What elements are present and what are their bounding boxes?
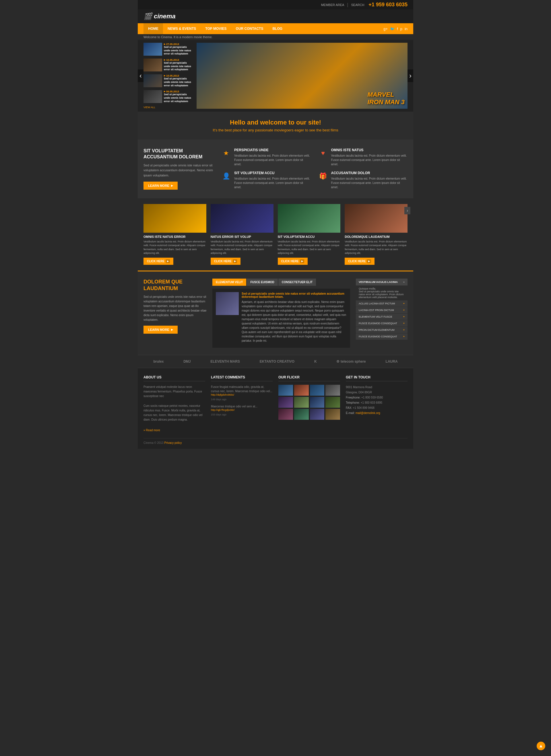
feature-item-2: ♥ OMNIS ISTE NATUS Vestibulum iaculis la…: [318, 148, 408, 167]
comment-link-2[interactable]: http://qjk7ftcgdjix96r/: [211, 409, 272, 412]
accordion-header[interactable]: VESTIBULUM IACULIS LACINIA −: [356, 278, 408, 285]
feature-main: SIT VOLUPTATEM ACCUSANTIUM DOLOREM Sed u…: [143, 148, 215, 189]
nav-blog[interactable]: BLOG: [268, 23, 287, 34]
hero-info-3: 10.05.2013 Sed ut perspiciatis unde omni…: [164, 74, 194, 88]
flickr-img-1[interactable]: [279, 385, 293, 396]
flickr-img-9[interactable]: [279, 409, 293, 420]
comment-time-2: 153 days ago: [211, 413, 226, 416]
hero-movie-title: MARVEL IRON MAN 3: [367, 91, 405, 106]
footer-about: ABOUT US Praesent volutpat molestie lacu…: [143, 375, 205, 433]
hero-thumb-4: [143, 90, 162, 103]
heart-icon: ♥: [318, 148, 328, 158]
tab-fusce[interactable]: FUSCE EUISMOD: [247, 278, 278, 286]
content-learn-more-button[interactable]: LEARN MORE: [143, 325, 178, 334]
footer-telephone-label: Telephone:: [346, 401, 361, 404]
tab-elementum[interactable]: ELEMENTUM VELIT: [212, 278, 246, 286]
flickr-img-11[interactable]: [310, 409, 325, 420]
footer-city: Glasgow, D04 89GR: [346, 391, 372, 394]
social-linkedin[interactable]: in: [405, 27, 408, 31]
movie-title-3: SIT VOLUPTATEM ACCU: [278, 235, 341, 238]
footer-fax: +1 504 899 9468: [353, 406, 374, 410]
nav-contacts[interactable]: OUR CONTACTS: [231, 23, 268, 34]
feature-title-1: PERSPICIATIS UNDE: [234, 148, 311, 152]
movie-card-4: DOLOREMQUE LAUDANTIUM Vestibulum iaculis…: [345, 204, 408, 265]
accordion-item-6[interactable]: FUSCE EUISMOD CONSEQUAT +: [356, 333, 408, 340]
movie-thumb-2: [211, 204, 273, 233]
flickr-img-6[interactable]: [294, 397, 309, 408]
footer-email[interactable]: mail@demolink.org: [356, 412, 380, 415]
accordion-item-1[interactable]: ACLUIS LACINIA EST PICTUM +: [356, 300, 408, 307]
flickr-img-12[interactable]: [326, 409, 340, 420]
flickr-img-8[interactable]: [326, 397, 340, 408]
welcome-bar: Welcome to Cinema. It is a modern movie …: [138, 34, 413, 40]
feature-main-body: Sed ut perspiciatis unde omnis iste natu…: [143, 163, 215, 178]
flickr-img-2[interactable]: [294, 385, 309, 396]
accordion-title-1: ACLUIS LACINIA EST PICTUM +: [356, 300, 408, 307]
comment-link-1[interactable]: http://dqfgdshv966s/: [211, 394, 272, 396]
social-pinterest[interactable]: p: [400, 27, 402, 31]
accordion-label-1: ACLUIS LACINIA EST PICTUM: [359, 302, 395, 305]
hero-thumb-2: [143, 59, 162, 71]
logo-text: cinema: [154, 13, 176, 20]
view-all-link[interactable]: VIEW ALL: [143, 106, 194, 109]
accordion-plus-6: +: [403, 335, 405, 338]
comment-item-1: Fusce feugiat malesuada odio, gravida at…: [211, 385, 272, 402]
feature-content-2: OMNIS ISTE NATUS Vestibulum iaculis laci…: [331, 148, 408, 166]
features-grid: ★ PERSPICIATIS UNDE Vestibulum iaculis l…: [221, 148, 408, 189]
movie-btn-4[interactable]: CLICK HERE: [345, 258, 375, 265]
partner-7: LAURA: [386, 359, 398, 363]
accordion-label-5: PRCIN DICTUM ELEMENTUM: [359, 328, 395, 331]
nav-news[interactable]: NEWS & EVENTS: [163, 23, 200, 34]
logo[interactable]: 🎬 cinema: [143, 12, 176, 20]
comment-text-1: Fusce feugiat malesuada odio, gravida at…: [211, 385, 272, 394]
footer-copy-text: Cinema © 2013: [143, 441, 163, 445]
hero-news-list: 27.05.2013 Sed ut perspiciatis unde omni…: [143, 43, 194, 109]
movie-btn-1[interactable]: CLICK HERE: [143, 258, 173, 265]
member-area-link[interactable]: MEMBER AREA: [321, 3, 344, 7]
movie-btn-2[interactable]: CLICK HERE: [211, 258, 240, 265]
tab-consectetuer[interactable]: CONSECTETUER ELIT: [279, 278, 316, 286]
hero-title-4: Sed ut perspiciatis unde omnis iste natu…: [164, 93, 194, 103]
accordion-item-5[interactable]: PRCIN DICTUM ELEMENTUM +: [356, 327, 408, 333]
tab-body: Aperiam, et quasi architecto beatae vita…: [241, 300, 347, 343]
content-body: Sed ut perspiciatis unde omnis iste natu…: [143, 295, 207, 322]
movie-btn-3[interactable]: CLICK HERE: [278, 258, 308, 265]
accordion-label-3: ELEMENTUM VELIT FUSCE: [359, 315, 392, 318]
accordion-item-2[interactable]: LACINIA EST PROIN DICTUM +: [356, 307, 408, 313]
flickr-img-7[interactable]: [310, 397, 325, 408]
comment-time-1: 149 days ago: [211, 398, 226, 401]
footer-about-text2: Cum sociis natoque petriot montes, nasce…: [143, 404, 205, 422]
footer-freephone-label: Freephone:: [346, 396, 361, 399]
movie-title-1: OMNIS ISTE NATUS ERROR: [143, 235, 206, 238]
social-twitter[interactable]: 🐦: [390, 27, 395, 31]
tab-text: Sed ut perspiciatis unde omnis iste natu…: [241, 292, 347, 344]
hero-next-arrow[interactable]: ›: [408, 69, 413, 82]
nav-home[interactable]: HOME: [143, 23, 163, 34]
accordion-item-4[interactable]: FUSCE EUISMOD CONSEQUAT +: [356, 320, 408, 326]
hero-date-4: 06.05.2013: [164, 90, 194, 93]
hero-movie-brand: MARVEL: [367, 91, 394, 98]
social-facebook[interactable]: f: [397, 27, 398, 31]
footer-contact-title: GET IN TOUCH: [346, 375, 408, 381]
feature-main-title: SIT VOLUPTATEM ACCUSANTIUM DOLOREM: [143, 148, 215, 160]
footer-privacy-link[interactable]: Privacy policy: [164, 441, 182, 445]
social-google[interactable]: g+: [384, 27, 388, 31]
flickr-img-4[interactable]: [326, 385, 340, 396]
hero-item-3: 10.05.2013 Sed ut perspiciatis unde omni…: [143, 74, 194, 88]
hero-item-1: 27.05.2013 Sed ut perspiciatis unde omni…: [143, 43, 194, 56]
tab-highlight: Sed ut perspiciatis unde omnis iste natu…: [241, 292, 347, 298]
carousel-next-arrow[interactable]: ›: [404, 207, 410, 214]
search-link[interactable]: SEARCH: [351, 3, 365, 7]
accordion-label-6: FUSCE EUISMOD CONSEQUAT: [359, 335, 397, 338]
nav-social: g+ 🐦 f p in: [384, 27, 408, 31]
flickr-img-10[interactable]: [294, 409, 309, 420]
flickr-img-3[interactable]: [310, 385, 325, 396]
nav-top-movies[interactable]: TOP MOVIES: [200, 23, 231, 34]
accordion-label-4: FUSCE EUISMOD CONSEQUAT: [359, 322, 397, 325]
feature-title-3: SIT VOLUPTATEM ACCU: [234, 171, 311, 175]
accordion-item-3[interactable]: ELEMENTUM VELIT FUSCE +: [356, 313, 408, 320]
footer-read-more[interactable]: » Read more: [143, 429, 160, 432]
hero-prev-arrow[interactable]: ‹: [138, 69, 143, 82]
flickr-img-5[interactable]: [279, 397, 293, 408]
learn-more-button[interactable]: LEARN MORE: [143, 182, 178, 190]
